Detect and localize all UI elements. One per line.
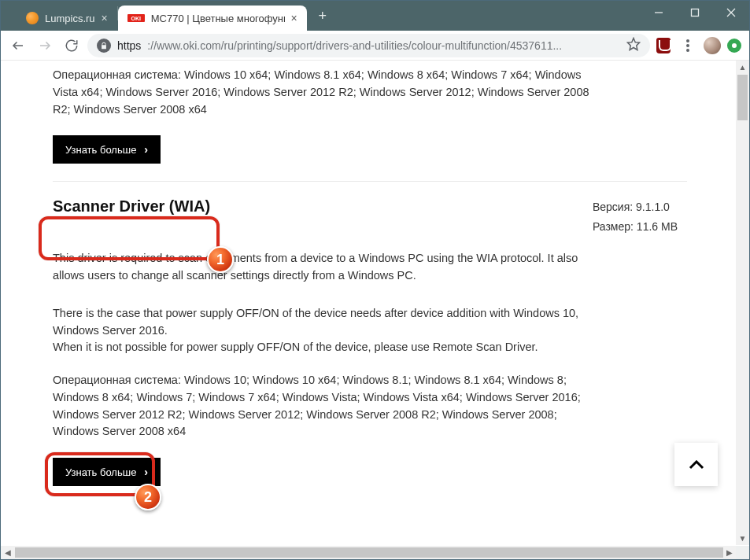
back-button[interactable] <box>7 35 29 57</box>
close-icon[interactable]: × <box>291 13 297 24</box>
svg-marker-6 <box>628 39 640 50</box>
close-icon[interactable]: × <box>102 13 108 24</box>
page-content: Операционная система: Windows 10 x64; Wi… <box>1 61 711 503</box>
browser-tabs: Lumpics.ru × OKI MC770 | Цветные многофу… <box>1 1 334 31</box>
note-line: When it is not possible for power supply… <box>53 339 604 356</box>
size-label: Размер: 11.6 MB <box>593 217 678 237</box>
svg-point-8 <box>686 44 689 47</box>
chevron-right-icon: › <box>144 466 148 478</box>
new-tab-button[interactable]: + <box>312 5 334 27</box>
close-button[interactable] <box>713 1 749 24</box>
extension-green-dot-icon[interactable] <box>726 37 743 54</box>
svg-point-7 <box>686 39 689 42</box>
scroll-to-top-button[interactable] <box>674 443 718 486</box>
menu-kebab-icon[interactable] <box>677 35 699 57</box>
scroll-right-button[interactable]: ▶ <box>722 546 736 559</box>
svg-rect-1 <box>692 9 699 17</box>
tab-title: Lumpics.ru <box>45 13 95 24</box>
vertical-scrollbar[interactable]: ▲ ▼ <box>736 61 749 545</box>
os-list: Операционная система: Windows 10; Window… <box>53 372 604 440</box>
bookmark-star-icon[interactable] <box>626 37 641 53</box>
profile-avatar[interactable] <box>704 37 721 54</box>
scroll-up-button[interactable]: ▲ <box>736 61 749 74</box>
lock-icon <box>97 39 111 53</box>
scrollbar-thumb[interactable] <box>15 547 723 558</box>
tab-oki-mc770[interactable]: OKI MC770 | Цветные многофункци × <box>118 6 307 31</box>
scroll-down-button[interactable]: ▼ <box>736 532 749 545</box>
scroll-left-button[interactable]: ◀ <box>1 546 14 559</box>
driver-meta: Версия: 9.1.1.0 Размер: 11.6 MB <box>593 197 678 237</box>
driver-block-scanner-wia: Scanner Driver (WIA) Версия: 9.1.1.0 Раз… <box>24 182 711 503</box>
driver-note: There is the case that power supply OFF/… <box>53 305 604 356</box>
forward-button[interactable] <box>34 35 56 57</box>
scrollbar-thumb[interactable] <box>737 75 748 120</box>
favicon-icon <box>26 12 39 24</box>
window-titlebar: Lumpics.ru × OKI MC770 | Цветные многофу… <box>1 1 749 31</box>
reload-button[interactable] <box>61 35 83 57</box>
url-rest: ://www.oki.com/ru/printing/support/drive… <box>147 39 562 52</box>
learn-more-button[interactable]: Узнать больше › <box>53 135 161 164</box>
svg-point-9 <box>686 49 689 52</box>
scrollbar-corner <box>736 546 749 559</box>
page-viewport: Операционная система: Windows 10 x64; Wi… <box>1 61 749 545</box>
minimize-button[interactable] <box>641 1 677 24</box>
driver-block-previous: Операционная система: Windows 10 x64; Wi… <box>24 61 711 181</box>
browser-toolbar: https ://www.oki.com/ru/printing/support… <box>1 31 749 61</box>
learn-more-button[interactable]: Узнать больше › <box>53 458 161 486</box>
maximize-button[interactable] <box>677 1 713 24</box>
ublock-extension-icon[interactable] <box>655 37 672 54</box>
address-bar[interactable]: https ://www.oki.com/ru/printing/support… <box>87 34 650 57</box>
os-list: Операционная система: Windows 10 x64; Wi… <box>53 67 604 118</box>
driver-description: This driver is required to scan document… <box>53 250 604 285</box>
url-scheme: https <box>117 39 141 52</box>
horizontal-scrollbar[interactable]: ◀ ▶ <box>1 546 749 559</box>
note-line: There is the case that power supply OFF/… <box>53 305 604 340</box>
version-label: Версия: 9.1.1.0 <box>593 197 678 217</box>
chevron-right-icon: › <box>144 143 148 156</box>
tab-lumpics[interactable]: Lumpics.ru × <box>17 6 117 31</box>
button-label: Узнать больше <box>65 466 136 478</box>
favicon-icon: OKI <box>127 14 145 22</box>
tab-title: MC770 | Цветные многофункци <box>151 13 285 24</box>
window-controls <box>641 1 749 24</box>
button-label: Узнать больше <box>65 144 136 156</box>
